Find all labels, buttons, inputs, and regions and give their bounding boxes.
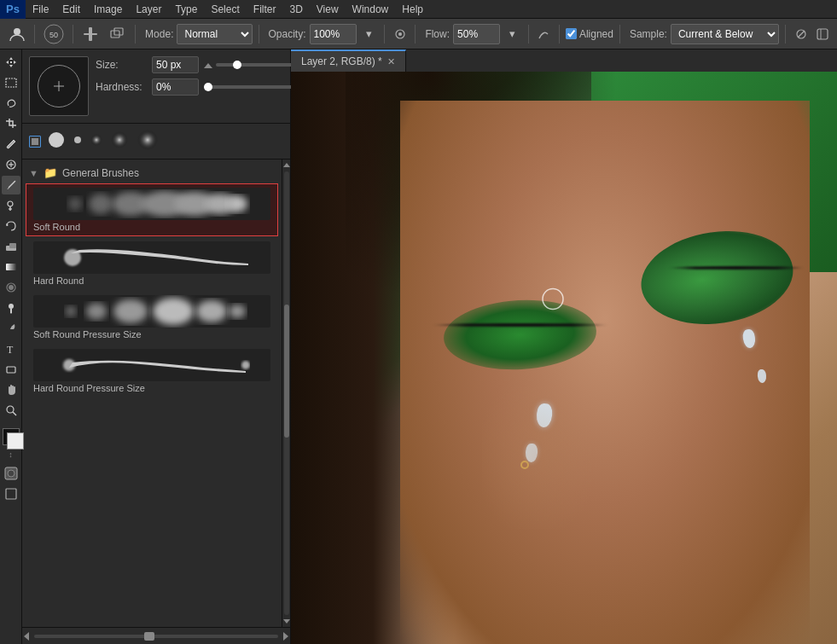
clone-toggle-btn[interactable] [106, 22, 129, 46]
scroll-down-arrow[interactable] [283, 619, 290, 624]
cheek-highlight [482, 386, 591, 530]
gradient-tool[interactable] [2, 258, 20, 276]
brush-item-hard-round[interactable]: Hard Round [26, 237, 278, 290]
svg-point-46 [66, 306, 76, 316]
brush-tool[interactable] [2, 176, 20, 194]
menu-select[interactable]: Select [204, 0, 246, 19]
brush-toggle-btn[interactable] [79, 22, 102, 46]
size-up-arrow[interactable] [204, 63, 212, 68]
tab-close-btn[interactable]: ✕ [387, 56, 395, 67]
opacity-value[interactable]: 100% [310, 24, 357, 44]
svg-rect-26 [7, 367, 15, 373]
sample-label: Sample: [630, 28, 667, 40]
svg-text:50: 50 [49, 31, 58, 39]
menu-3d[interactable]: 3D [282, 0, 309, 19]
text-tool[interactable]: T [2, 339, 20, 358]
aligned-checkbox-label[interactable]: Aligned [566, 28, 613, 40]
brush-item-soft-round[interactable]: Soft Round [26, 183, 278, 236]
tear-right-2 [757, 369, 766, 384]
move-tool[interactable] [2, 53, 20, 72]
hand-tool[interactable] [2, 380, 20, 399]
tab-label: Layer 2, RGB/8) * [301, 55, 382, 67]
smoothing-btn[interactable] [534, 25, 552, 44]
svg-point-38 [68, 197, 82, 211]
canvas-tab[interactable]: Layer 2, RGB/8) * ✕ [291, 49, 406, 72]
brush-list-area[interactable]: ▼ 📁 General Brushes [22, 160, 282, 627]
menu-layer[interactable]: Layer [129, 0, 168, 19]
svg-point-37 [137, 130, 158, 150]
scroll-track[interactable] [284, 171, 289, 615]
preset-swatch-solid-round[interactable] [46, 130, 67, 153]
foreground-color[interactable] [3, 428, 20, 445]
blur-tool[interactable] [2, 278, 20, 297]
svg-point-35 [90, 134, 102, 146]
eyedropper-tool[interactable] [2, 135, 20, 154]
canvas-content[interactable] [291, 72, 837, 644]
lasso-tool[interactable] [2, 94, 20, 113]
main-area: T ↕ [0, 49, 837, 644]
shape-tool[interactable] [2, 360, 20, 379]
zoom-tool[interactable] [2, 401, 20, 420]
size-input[interactable] [152, 56, 199, 73]
menu-help[interactable]: Help [395, 0, 430, 19]
hardness-input[interactable] [152, 78, 199, 96]
toggle-colors-btn[interactable]: ↕ [9, 450, 13, 459]
brush-item-hard-pressure[interactable]: Hard Round Pressure Size [26, 345, 278, 397]
menu-view[interactable]: View [310, 0, 346, 19]
screen-mode-btn[interactable] [2, 484, 20, 503]
crop-tool[interactable] [2, 114, 20, 133]
separator-10 [785, 25, 786, 44]
scroll-right-arrow[interactable] [283, 632, 288, 641]
svg-rect-20 [9, 243, 16, 248]
eraser-tool[interactable] [2, 237, 20, 256]
opacity-dropdown-btn[interactable]: ▾ [360, 25, 378, 44]
hair-overlay [373, 72, 509, 644]
scroll-up-arrow[interactable] [283, 163, 290, 167]
separator-7 [528, 25, 529, 44]
menu-edit[interactable]: Edit [55, 0, 87, 19]
dodge-tool[interactable] [2, 299, 20, 317]
preset-swatch-soft-large[interactable] [109, 130, 130, 153]
brush-preview-canvas [29, 56, 89, 116]
background-color[interactable] [7, 432, 24, 450]
h-scroll-thumb[interactable] [144, 632, 154, 641]
preset-swatch-soft-xlarge[interactable] [135, 127, 160, 155]
history-brush-tool[interactable] [2, 217, 20, 235]
offscreen-btn[interactable] [813, 25, 831, 44]
flow-value[interactable]: 50% [453, 24, 500, 44]
svg-point-54 [543, 289, 563, 310]
h-scroll-track[interactable] [34, 635, 278, 638]
mode-select[interactable]: Normal [177, 24, 252, 44]
brush-item-soft-pressure[interactable]: Soft Round Pressure Size [26, 291, 278, 344]
menu-filter[interactable]: Filter [247, 0, 283, 19]
menu-window[interactable]: Window [346, 0, 396, 19]
size-label: Size: [96, 59, 147, 71]
vertical-scrollbar[interactable] [282, 160, 290, 627]
sample-select[interactable]: Current & Below [671, 24, 779, 44]
hardness-label: Hardness: [96, 81, 147, 93]
flow-dropdown-btn[interactable]: ▾ [503, 25, 521, 44]
heal-tool[interactable] [2, 155, 20, 174]
ignore-adj-btn[interactable] [792, 25, 810, 44]
menu-type[interactable]: Type [168, 0, 204, 19]
select-rect-tool[interactable] [2, 73, 20, 92]
airbrush-toggle-btn[interactable] [391, 25, 409, 44]
canvas-area: Layer 2, RGB/8) * ✕ [291, 49, 837, 644]
clone-stamp-tool[interactable] [2, 196, 20, 215]
menu-image[interactable]: Image [87, 0, 129, 19]
svg-point-30 [8, 470, 15, 477]
menubar: Ps File Edit Image Layer Type Select Fil… [0, 0, 837, 19]
preset-swatch-solid-small[interactable] [29, 136, 41, 148]
brush-presets-strip [22, 123, 290, 160]
menu-file[interactable]: File [26, 0, 55, 19]
brush-group-general[interactable]: ▼ 📁 General Brushes [22, 163, 282, 183]
user-button[interactable] [5, 22, 28, 46]
quick-mask-btn[interactable] [2, 464, 20, 483]
scroll-thumb[interactable] [284, 305, 289, 438]
preset-swatch-soft-small[interactable] [72, 134, 84, 148]
scroll-left-arrow[interactable] [24, 632, 29, 641]
aligned-checkbox[interactable] [566, 28, 577, 39]
preset-swatch-soft-mid[interactable] [89, 132, 104, 150]
separator-2 [73, 25, 73, 44]
pen-tool[interactable] [2, 319, 20, 338]
